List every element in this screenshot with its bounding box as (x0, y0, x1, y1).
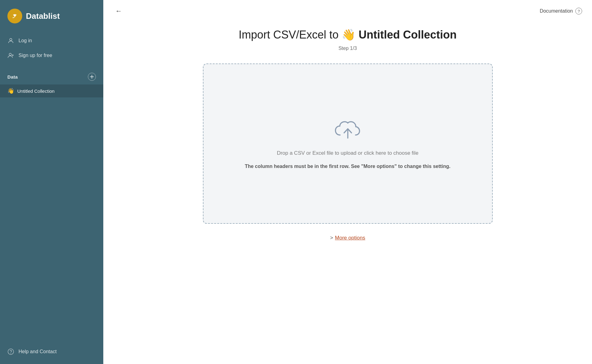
sidebar-nav: Log in Sign up for free (0, 31, 103, 68)
upload-icon (334, 118, 362, 143)
logo-icon (7, 9, 22, 23)
add-collection-button[interactable] (88, 73, 96, 81)
person-add-icon (7, 52, 14, 59)
upload-hint: The column headers must be in the first … (245, 164, 450, 169)
chevron-right-icon: > (330, 235, 333, 241)
section-title: Data (7, 74, 18, 80)
sidebar-item-help[interactable]: Help and Contact (0, 344, 103, 359)
more-options-link[interactable]: More options (335, 235, 365, 241)
back-button[interactable]: ← (113, 6, 124, 17)
signup-label: Sign up for free (18, 53, 52, 58)
top-bar: ← Documentation ? (103, 0, 592, 22)
upload-text: Drop a CSV or Excel file to upload or cl… (277, 150, 418, 156)
main-content: ← Documentation ? Import CSV/Excel to 👋 … (103, 0, 592, 364)
content-area: Import CSV/Excel to 👋 Untitled Collectio… (103, 22, 592, 364)
documentation-link[interactable]: Documentation ? (540, 8, 582, 14)
sidebar-item-signup[interactable]: Sign up for free (0, 48, 103, 63)
person-icon (7, 37, 14, 44)
collection-item[interactable]: 👋 Untitled Collection (0, 84, 103, 97)
collection-name: Untitled Collection (359, 28, 457, 41)
collection-emoji: 👋 (7, 88, 14, 94)
sidebar: Datablist Log in Sign up for free Data (0, 0, 103, 364)
more-options-section: > More options (330, 235, 365, 241)
section-header: Data (7, 73, 96, 81)
svg-point-2 (9, 53, 11, 55)
sidebar-header: Datablist (0, 0, 103, 31)
svg-point-1 (10, 39, 12, 41)
logo-text: Datablist (26, 11, 60, 21)
help-icon (7, 348, 14, 355)
step-indicator: Step 1/3 (339, 46, 357, 51)
doc-label: Documentation (540, 8, 573, 14)
sidebar-item-login[interactable]: Log in (0, 33, 103, 48)
collection-label: Untitled Collection (17, 88, 55, 94)
svg-point-8 (11, 353, 11, 353)
help-circle-icon: ? (575, 8, 582, 14)
sidebar-footer: Help and Contact (0, 339, 103, 364)
page-title: Import CSV/Excel to 👋 Untitled Collectio… (239, 28, 457, 41)
help-label: Help and Contact (18, 349, 57, 354)
upload-zone[interactable]: Drop a CSV or Excel file to upload or cl… (203, 63, 493, 224)
svg-point-7 (8, 349, 14, 354)
data-section: Data (0, 68, 103, 84)
login-label: Log in (18, 38, 32, 43)
